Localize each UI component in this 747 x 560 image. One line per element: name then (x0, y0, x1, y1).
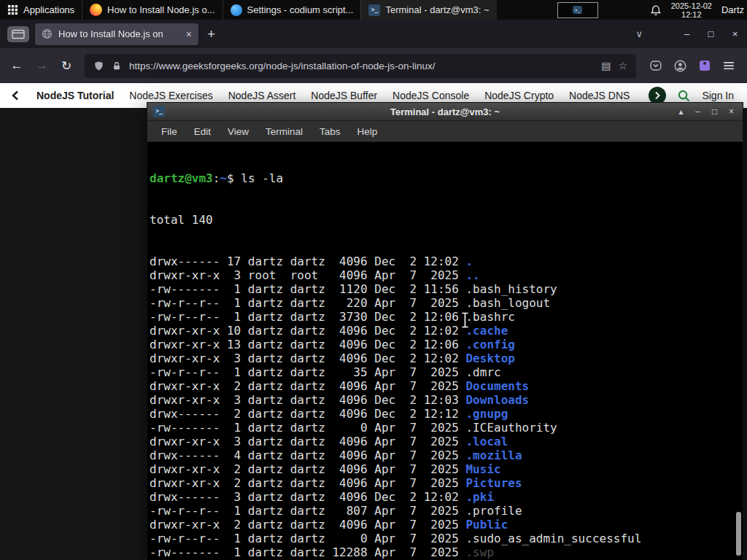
taskbar-item-terminal[interactable]: >_ Terminal - dartz@vm3: ~ (360, 0, 496, 20)
window-maximize-button[interactable]: □ (699, 28, 723, 39)
site-nav-item[interactable]: NodeJS Crypto (484, 90, 554, 101)
tracking-shield-icon[interactable] (93, 61, 104, 71)
new-tab-button[interactable]: + (207, 26, 215, 42)
clock-date: 2025-12-02 (671, 1, 712, 10)
lock-icon[interactable] (112, 61, 122, 71)
file-name: .sudo_as_admin_successful (465, 532, 641, 545)
site-nav-scroll-left[interactable] (10, 90, 20, 101)
menu-view[interactable]: View (228, 126, 249, 137)
file-name: .bash_logout (465, 296, 550, 310)
file-meta: drwxr-xr-x 10 dartz dartz 4096 Dec 2 12:… (150, 324, 465, 338)
search-icon[interactable] (678, 90, 690, 102)
terminal-body[interactable]: dartz@vm3:~$ ls -la total 140 drwx------… (147, 142, 743, 560)
browser-nav-bar: ← → ↻ https://www.geeksforgeeks.org/node… (0, 48, 747, 83)
menu-tabs[interactable]: Tabs (320, 126, 341, 137)
file-name: Public (465, 518, 508, 532)
firefox-icon (90, 4, 102, 16)
terminal-line: drwx------ 2 dartz dartz 4096 Dec 2 12:1… (150, 407, 743, 421)
menu-help[interactable]: Help (357, 126, 378, 137)
reload-button[interactable]: ↻ (55, 58, 77, 74)
terminal-maximize-button[interactable]: □ (706, 103, 723, 120)
file-name: .profile (465, 504, 522, 518)
applications-menu-button[interactable]: Applications (0, 0, 82, 20)
taskbar-item-firefox[interactable]: How to Install Node.js o... (82, 0, 222, 20)
user-menu[interactable]: Dartz (721, 4, 744, 15)
terminal-line: -rw-r--r-- 1 dartz dartz 220 Apr 7 2025 … (150, 296, 743, 310)
site-nav-item[interactable]: NodeJS Console (392, 90, 469, 101)
file-meta: -rw------- 1 dartz dartz 0 Apr 7 2025 (150, 421, 465, 435)
site-nav-item[interactable]: NodeJS Tutorial (36, 90, 114, 101)
sign-in-button[interactable]: Sign In (702, 90, 734, 101)
terminal-menu-bar: File Edit View Terminal Tabs Help (147, 121, 743, 142)
extensions-icon[interactable] (699, 60, 711, 71)
notifications-bell-icon[interactable] (650, 4, 662, 16)
list-all-tabs-icon[interactable]: ∨ (635, 28, 643, 39)
terminal-line: -rw------- 1 dartz dartz 1120 Dec 2 11:5… (150, 282, 743, 296)
tab-close-icon[interactable]: × (186, 29, 192, 39)
terminal-title-bar[interactable]: >_ Terminal - dartz@vm3: ~ ▴ – □ × (147, 103, 743, 121)
site-nav-item[interactable]: NodeJS DNS (569, 90, 630, 101)
workspace-window-icon: >_ (573, 6, 582, 14)
terminal-window-title: Terminal - dartz@vm3: ~ (147, 106, 743, 117)
file-meta: drwx------ 2 dartz dartz 4096 Dec 2 12:1… (150, 407, 465, 421)
file-name: Music (465, 462, 500, 476)
firefox-view-icon[interactable] (7, 26, 29, 42)
terminal-prompt-line: dartz@vm3:~$ ls -la (150, 171, 743, 185)
file-name: .pki (465, 490, 494, 504)
file-meta: drwxr-xr-x 3 dartz dartz 4096 Dec 2 12:0… (150, 393, 465, 407)
menu-edit[interactable]: Edit (194, 126, 211, 137)
terminal-line: -rw------- 1 dartz dartz 0 Apr 7 2025 .I… (150, 421, 743, 435)
terminal-line: drwx------ 4 dartz dartz 4096 Apr 7 2025… (150, 448, 743, 462)
site-nav-items: NodeJS Tutorial NodeJS Exercises NodeJS … (36, 90, 643, 101)
account-icon[interactable] (674, 60, 686, 72)
window-minimize-button[interactable]: – (675, 28, 699, 39)
taskbar-item-settings[interactable]: Settings - codium script... (222, 0, 361, 20)
file-name: Documents (465, 379, 529, 393)
reader-mode-icon[interactable]: ▤ (601, 60, 611, 71)
workspace-switcher[interactable]: >_ (557, 2, 598, 18)
panel-right-area: >_ 2025-12-02 12:12 Dartz (557, 1, 747, 19)
panel-clock[interactable]: 2025-12-02 12:12 (671, 1, 712, 19)
file-name: Pictures (465, 476, 522, 490)
file-name: .cache (465, 324, 508, 338)
pocket-icon[interactable] (650, 60, 662, 71)
terminal-scrollbar-thumb[interactable] (736, 512, 741, 556)
terminal-line: drwxr-xr-x 3 root root 4096 Apr 7 2025 .… (150, 268, 743, 282)
bookmark-star-icon[interactable]: ☆ (618, 60, 627, 71)
terminal-window: >_ Terminal - dartz@vm3: ~ ▴ – □ × File … (147, 102, 743, 560)
desktop: Applications How to Install Node.js o...… (0, 0, 747, 560)
site-nav-item[interactable]: NodeJS Exercises (129, 90, 212, 101)
menu-hamburger-icon[interactable] (723, 60, 735, 71)
terminal-line: -rw-r--r-- 1 dartz dartz 0 Apr 7 2025 .s… (150, 532, 743, 545)
terminal-scrollbar[interactable] (734, 142, 743, 560)
file-meta: -rw------- 1 dartz dartz 12288 Apr 7 202… (150, 545, 465, 559)
url-bar[interactable]: https://www.geeksforgeeks.org/node-js/in… (85, 54, 636, 78)
terminal-line: drwx------ 3 dartz dartz 4096 Dec 2 12:0… (150, 490, 743, 504)
forward-button[interactable]: → (31, 58, 53, 73)
command-text: ls -la (241, 171, 283, 185)
terminal-line: drwxr-xr-x 2 dartz dartz 4096 Apr 7 2025… (150, 462, 743, 476)
toolbar-right-icons (643, 60, 741, 72)
menu-terminal[interactable]: Terminal (266, 126, 303, 137)
terminal-shade-button[interactable]: ▴ (673, 103, 689, 120)
window-close-button[interactable]: × (723, 28, 747, 39)
terminal-line: drwxr-xr-x 2 dartz dartz 4096 Apr 7 2025… (150, 476, 743, 490)
prompt-symbol: $ (227, 171, 241, 185)
terminal-minimize-button[interactable]: – (689, 103, 706, 120)
file-meta: drwxr-xr-x 13 dartz dartz 4096 Dec 2 12:… (150, 338, 465, 351)
prompt-path: ~ (220, 171, 227, 185)
site-nav-item[interactable]: NodeJS Assert (228, 90, 296, 101)
file-meta: -rw-r--r-- 1 dartz dartz 35 Apr 7 2025 (150, 365, 465, 379)
file-meta: drwx------ 3 dartz dartz 4096 Dec 2 12:0… (150, 490, 465, 504)
window-controls: ∨ – □ × (635, 28, 747, 39)
menu-file[interactable]: File (161, 126, 177, 137)
file-name: . (465, 254, 473, 268)
site-nav-item[interactable]: NodeJS Buffer (311, 90, 377, 101)
file-meta: -rw-r--r-- 1 dartz dartz 3730 Dec 2 12:0… (150, 310, 465, 324)
file-meta: -rw-r--r-- 1 dartz dartz 220 Apr 7 2025 (150, 296, 465, 310)
browser-tab-active[interactable]: How to Install Node.js on × (35, 23, 198, 45)
back-button[interactable]: ← (6, 58, 28, 73)
terminal-close-button[interactable]: × (723, 103, 740, 120)
taskbar-item-label: Settings - codium script... (247, 4, 354, 15)
terminal-line: -rw-r--r-- 1 dartz dartz 807 Apr 7 2025 … (150, 504, 743, 518)
